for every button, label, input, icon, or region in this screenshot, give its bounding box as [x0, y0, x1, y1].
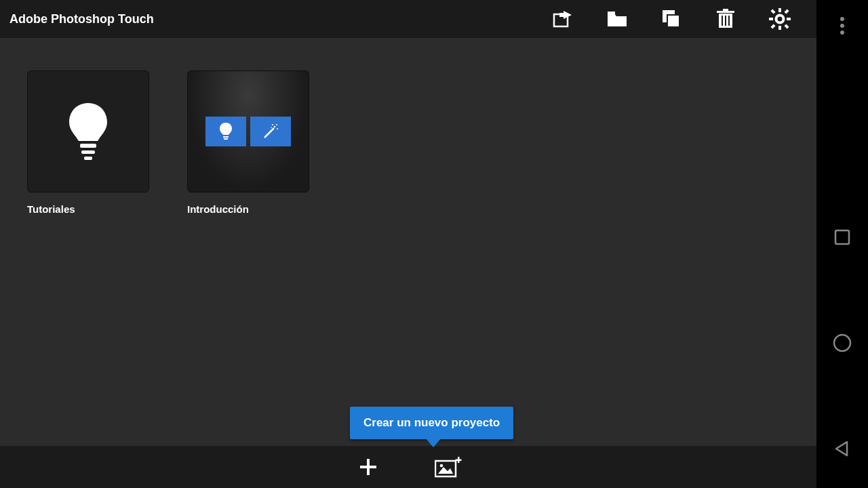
svg-rect-6: [717, 11, 734, 13]
svg-rect-33: [435, 461, 456, 476]
tile-introduction-thumb: [187, 70, 309, 192]
svg-rect-32: [360, 466, 376, 468]
home-icon: [832, 333, 852, 353]
svg-point-38: [840, 17, 844, 21]
tile-tutorials[interactable]: Tutoriales: [27, 70, 149, 215]
intro-thumb-lightbulb: [205, 117, 246, 146]
settings-button[interactable]: [753, 0, 807, 38]
svg-line-25: [264, 128, 274, 138]
svg-rect-17: [784, 9, 789, 14]
svg-point-42: [834, 335, 850, 351]
gear-icon: [769, 8, 791, 30]
share-button[interactable]: [536, 0, 590, 38]
svg-rect-4: [667, 15, 679, 27]
recents-button[interactable]: [830, 225, 854, 249]
svg-point-35: [440, 464, 443, 468]
tile-tutorials-thumb: [27, 70, 149, 192]
svg-point-11: [776, 16, 784, 23]
android-nav-group: [830, 225, 854, 461]
svg-point-26: [274, 126, 275, 127]
trash-icon: [717, 9, 734, 29]
lightbulb-icon: [219, 122, 233, 141]
android-navbar: [816, 0, 868, 488]
lightbulb-icon: [66, 99, 110, 164]
home-button[interactable]: [830, 331, 854, 355]
share-icon: [553, 9, 573, 28]
folder-icon: [607, 10, 627, 28]
top-toolbar: Adobe Photoshop Touch: [0, 0, 816, 38]
svg-rect-2: [608, 12, 615, 14]
svg-rect-13: [778, 26, 781, 30]
back-icon: [833, 440, 851, 458]
folder-button[interactable]: [590, 0, 644, 38]
svg-rect-21: [81, 150, 95, 154]
svg-rect-7: [723, 9, 728, 11]
add-button[interactable]: [352, 451, 384, 483]
svg-point-27: [276, 124, 277, 125]
svg-rect-15: [787, 18, 791, 20]
new-project-tooltip: Crear un nuevo proyecto: [350, 407, 513, 439]
svg-rect-14: [769, 18, 773, 20]
svg-rect-12: [778, 8, 781, 12]
overflow-menu-button[interactable]: [830, 14, 854, 38]
svg-point-39: [840, 24, 844, 28]
intro-thumb-pair: [205, 117, 291, 146]
recents-icon: [833, 228, 851, 246]
svg-rect-16: [770, 9, 775, 14]
tile-introduction[interactable]: Introducción: [187, 70, 309, 215]
trash-button[interactable]: [698, 0, 753, 38]
tile-tutorials-label: Tutoriales: [27, 203, 149, 215]
svg-rect-19: [784, 24, 789, 28]
svg-marker-34: [438, 467, 453, 474]
image-add-icon: [435, 456, 462, 478]
svg-marker-43: [836, 442, 847, 455]
svg-point-29: [272, 124, 273, 125]
wand-icon: [262, 123, 279, 140]
svg-rect-37: [456, 460, 462, 462]
svg-rect-8: [722, 16, 723, 26]
svg-rect-20: [80, 144, 96, 148]
svg-rect-24: [224, 138, 228, 140]
overflow-menu-icon: [840, 16, 845, 35]
svg-point-40: [840, 30, 844, 35]
svg-point-28: [277, 128, 278, 129]
project-grid: Tutoriales: [0, 38, 816, 446]
intro-thumb-wand: [250, 117, 291, 146]
plus-icon: [358, 457, 378, 477]
new-image-button[interactable]: [432, 451, 465, 483]
svg-point-30: [271, 127, 272, 128]
back-button[interactable]: [830, 436, 854, 461]
copy-icon: [661, 9, 682, 29]
svg-rect-9: [725, 16, 726, 26]
svg-rect-18: [770, 24, 775, 28]
copy-button[interactable]: [644, 0, 698, 38]
bottom-toolbar: [0, 446, 816, 488]
app-title: Adobe Photoshop Touch: [9, 12, 154, 26]
app-frame: Adobe Photoshop Touch: [0, 0, 816, 488]
svg-rect-10: [728, 16, 730, 26]
svg-marker-1: [559, 11, 572, 19]
svg-rect-41: [835, 230, 849, 244]
svg-rect-23: [223, 136, 229, 138]
svg-rect-22: [84, 157, 92, 160]
tile-introduction-label: Introducción: [187, 203, 309, 215]
